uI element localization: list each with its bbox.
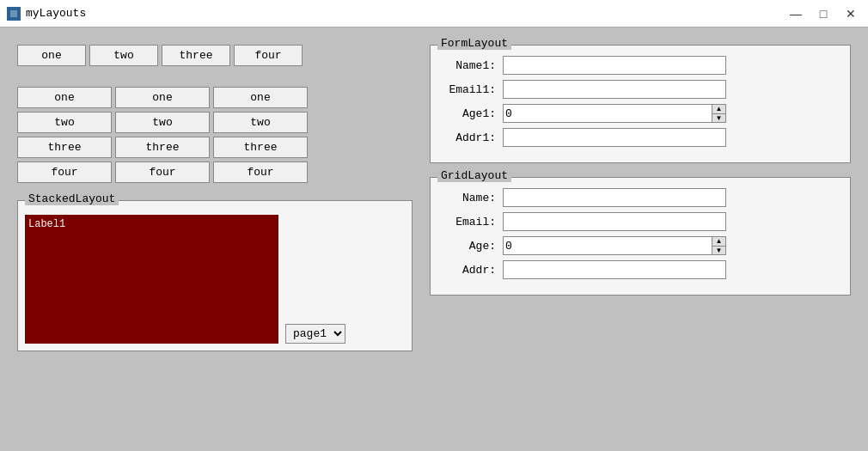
grid-row-email: Email: [444,212,836,231]
stacked-layout-section: StackedLayout Label1 page1 page2 page3 [17,200,413,351]
form-spinbox-age1: ▲ ▼ [503,104,726,123]
form-input-email1[interactable] [503,80,726,99]
title-bar: myLayouts — □ ✕ [0,0,868,27]
form-spinbox-age1-input[interactable] [504,107,712,120]
hbox-btn-four[interactable]: four [234,45,303,66]
form-label-name1: Name1: [444,59,496,72]
stacked-canvas: Label1 [25,215,278,344]
hbox-btn-one[interactable]: one [17,45,86,66]
svg-rect-1 [10,10,17,17]
grid-col2-btn-two[interactable]: two [115,112,210,133]
form-row-email1: Email1: [444,80,836,99]
grid-input-name[interactable] [503,188,726,207]
grid-spinbox-age: ▲ ▼ [503,236,726,255]
grid-col2-btn-four[interactable]: four [115,162,210,183]
grid-col2-btn-three[interactable]: three [115,137,210,158]
spinbox-age1-down[interactable]: ▼ [712,114,725,123]
form-input-name1[interactable] [503,56,726,75]
grid-col3-btn-three[interactable]: three [213,137,308,158]
grid-row-name: Name: [444,188,836,207]
form-layout-section: FormLayout Name1: Email1: Age1: ▲ ▼ [430,45,851,163]
grid-input-addr[interactable] [503,260,726,279]
grid-col3-btn-four[interactable]: four [213,162,308,183]
spinbox-age-down[interactable]: ▼ [712,247,725,255]
form-row-name1: Name1: [444,56,836,75]
grid-row-addr: Addr: [444,260,836,279]
three-col-grid: one one one two two two three three thre… [17,87,413,183]
grid-col2-btn-one[interactable]: one [115,87,210,108]
hbox-btn-three[interactable]: three [162,45,230,66]
grid-label-age: Age: [444,240,496,253]
form-label-email1: Email1: [444,83,496,96]
grid-col3-btn-one[interactable]: one [213,87,308,108]
grid-col3-btn-two[interactable]: two [213,112,308,133]
grid-layout-title: GridLayout [437,169,511,182]
form-row-age1: Age1: ▲ ▼ [444,104,836,123]
form-label-age1: Age1: [444,107,496,120]
stacked-canvas-label: Label1 [28,218,65,230]
hbox-btn-two[interactable]: two [89,45,158,66]
grid-col1-btn-two[interactable]: two [17,112,112,133]
close-button[interactable]: ✕ [840,3,861,24]
grid-label-name: Name: [444,192,496,204]
spinbox-age1-up[interactable]: ▲ [712,105,725,114]
grid-col1-btn-one[interactable]: one [17,87,112,108]
grid-layout-section: GridLayout Name: Email: Age: ▲ ▼ [430,177,851,296]
grid-label-email: Email: [444,216,496,229]
hbox-layout: one two three four [17,45,413,66]
form-label-addr1: Addr1: [444,131,496,144]
window-controls: — □ ✕ [785,3,861,24]
stacked-page-dropdown[interactable]: page1 page2 page3 [285,324,345,344]
grid-input-email[interactable] [503,212,726,231]
form-layout-title: FormLayout [437,37,511,50]
stacked-layout-title: StackedLayout [25,192,119,205]
grid-col1-btn-four[interactable]: four [17,162,112,183]
window-title: myLayouts [26,7,785,20]
form-row-addr1: Addr1: [444,128,836,147]
app-icon [7,7,21,21]
grid-label-addr: Addr: [444,264,496,277]
grid-row-age: Age: ▲ ▼ [444,236,836,255]
spinbox-age-up[interactable]: ▲ [712,237,725,247]
minimize-button[interactable]: — [785,3,806,24]
grid-col1-btn-three[interactable]: three [17,137,112,158]
maximize-button[interactable]: □ [813,3,834,24]
form-input-addr1[interactable] [503,128,726,147]
grid-spinbox-age-input[interactable] [504,240,712,253]
